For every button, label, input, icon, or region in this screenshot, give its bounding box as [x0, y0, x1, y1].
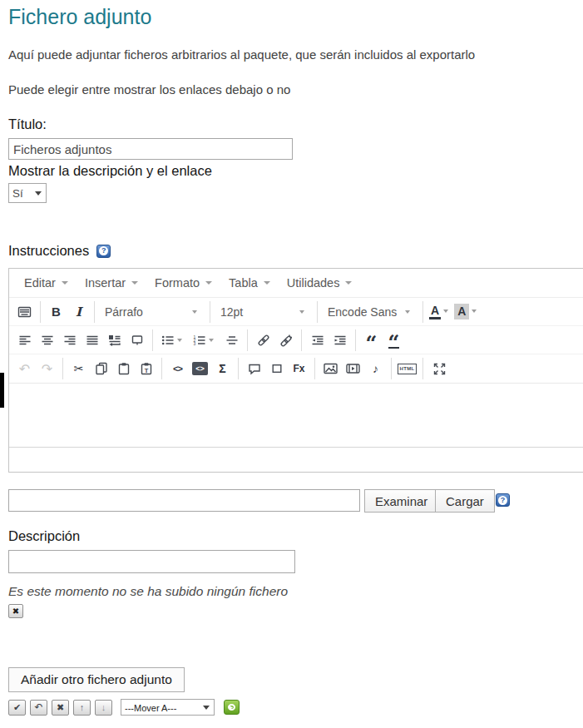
numbered-list-icon: 123	[193, 334, 206, 347]
box-icon	[270, 362, 284, 375]
paste-button[interactable]	[112, 358, 135, 379]
instrucciones-label: Instrucciones	[8, 243, 89, 259]
container-box-button[interactable]	[265, 358, 288, 379]
insert-link-button[interactable]	[252, 329, 274, 351]
paste-icon	[117, 362, 131, 375]
chevron-down-icon	[131, 281, 138, 285]
toolbar-toggle-button[interactable]	[13, 301, 36, 323]
delete-idevice-button[interactable]: ✖	[52, 700, 69, 716]
blockquote-icon: “	[366, 332, 378, 348]
help-upload-icon[interactable]: ?	[496, 493, 510, 507]
mover-select[interactable]: ---Mover A---	[121, 701, 214, 716]
titulo-label: Título:	[8, 116, 47, 132]
float-image-button[interactable]	[103, 329, 126, 351]
math-button[interactable]: Σ	[211, 358, 234, 379]
align-center-icon	[41, 334, 54, 347]
speech-bubble-icon	[228, 704, 235, 711]
code-sample-button[interactable]: <>	[189, 358, 211, 379]
examinar-button[interactable]: Examinar	[364, 489, 438, 513]
insert-video-button[interactable]	[342, 358, 364, 379]
source-code-button[interactable]: <>	[166, 358, 189, 379]
chevron-down-icon	[62, 281, 68, 285]
chevron-down-icon	[192, 310, 197, 314]
unlink-icon	[279, 334, 293, 347]
undo-changes-button[interactable]: ↶	[30, 700, 47, 716]
menu-item-insertar[interactable]: Insertar	[77, 270, 146, 295]
decrease-indent-button[interactable]	[306, 329, 329, 351]
insert-audio-button[interactable]: ♪	[364, 358, 387, 379]
add-attachment-button[interactable]: Añadir otro fichero adjunto	[8, 667, 185, 692]
mostrar-select-wrap: Sí	[8, 183, 47, 203]
fullscreen-icon	[432, 362, 446, 375]
horizontal-rule-button[interactable]	[220, 329, 243, 351]
delete-file-button[interactable]: ✖	[8, 604, 23, 618]
help-instrucciones-icon[interactable]: ?	[96, 245, 111, 258]
menu-item-tabla[interactable]: Tabla	[220, 270, 279, 295]
move-down-button[interactable]: ↓	[95, 700, 112, 716]
fullscreen-button[interactable]	[427, 358, 450, 379]
text-color-button[interactable]: A	[427, 304, 452, 320]
idevice-action-bar: ✔ ↶ ✖ ↑ ↓ ---Mover A---	[8, 699, 240, 716]
insert-image-button[interactable]	[319, 358, 342, 379]
chevron-down-icon	[345, 281, 352, 285]
increase-indent-button[interactable]	[329, 329, 351, 351]
menu-item-editar[interactable]: Editar	[16, 270, 77, 295]
fx-icon: Fx	[293, 363, 304, 374]
bullet-list-icon	[161, 334, 175, 347]
code-sample-icon: <>	[192, 362, 208, 375]
done-button[interactable]: ✔	[8, 700, 26, 716]
x-icon: ✖	[57, 702, 64, 713]
keyboard-icon	[17, 305, 32, 319]
redo-button[interactable]: ↷	[36, 358, 58, 379]
align-left-icon	[18, 334, 32, 347]
blockquote-button[interactable]: “	[360, 329, 383, 351]
paragraph-format-dropdown[interactable]: Párrafo	[99, 301, 205, 323]
horizontal-rule-icon	[225, 334, 239, 347]
font-family-dropdown[interactable]: Encode Sans	[322, 301, 418, 323]
inline-quote-button[interactable]: “	[383, 329, 405, 351]
cut-button[interactable]: ✂	[67, 358, 90, 379]
paste-as-text-button[interactable]: T	[135, 358, 157, 379]
bullet-list-button[interactable]	[157, 329, 189, 351]
italic-button[interactable]: I	[67, 301, 90, 323]
preview-frame-button[interactable]	[126, 329, 148, 351]
toolbar-row-3: ↶ ↷ ✂ T <> <> Σ Fx ♪ HTML	[9, 354, 583, 383]
link-icon	[257, 334, 270, 347]
align-justify-button[interactable]	[81, 329, 103, 351]
mostrar-select[interactable]: Sí	[9, 184, 46, 202]
cargar-button[interactable]: Cargar	[435, 489, 495, 513]
remove-link-button[interactable]	[274, 329, 297, 351]
undo-arrow-icon: ↶	[34, 701, 42, 713]
arrow-down-icon: ↓	[101, 702, 106, 712]
menu-item-utilidades[interactable]: Utilidades	[279, 270, 361, 295]
numbered-list-button[interactable]: 123	[189, 329, 220, 351]
info-help-icon[interactable]	[224, 700, 240, 715]
outdent-icon	[311, 334, 324, 347]
float-image-icon	[108, 334, 121, 347]
chevron-down-icon	[205, 281, 212, 285]
chevron-down-icon	[264, 281, 270, 285]
undo-button[interactable]: ↶	[13, 358, 36, 379]
editor-content-area[interactable]	[9, 383, 583, 447]
font-size-dropdown[interactable]: 12pt	[215, 301, 313, 323]
align-right-button[interactable]	[58, 329, 81, 351]
copy-button[interactable]	[90, 358, 112, 379]
move-up-button[interactable]: ↑	[73, 700, 91, 716]
effects-button[interactable]: Fx	[288, 358, 310, 379]
page-title: Fichero adjunto	[8, 5, 151, 29]
titulo-input[interactable]	[8, 138, 293, 160]
editor-statusbar	[9, 447, 583, 472]
background-color-button[interactable]: A	[452, 304, 481, 319]
backcolor-icon: A	[454, 304, 469, 319]
file-path-input[interactable]	[8, 489, 360, 512]
html-source-button[interactable]: HTML	[396, 358, 418, 379]
menu-item-formato[interactable]: Formato	[146, 270, 220, 295]
svg-text:T: T	[144, 367, 148, 374]
menu-label: Utilidades	[287, 276, 340, 290]
align-center-button[interactable]	[36, 329, 58, 351]
descripcion-input[interactable]	[8, 550, 295, 573]
comment-button[interactable]	[243, 358, 265, 379]
rich-text-editor: Editar Insertar Formato Tabla Utilidades…	[8, 268, 583, 473]
bold-button[interactable]: B	[45, 301, 67, 323]
align-left-button[interactable]	[13, 329, 36, 351]
